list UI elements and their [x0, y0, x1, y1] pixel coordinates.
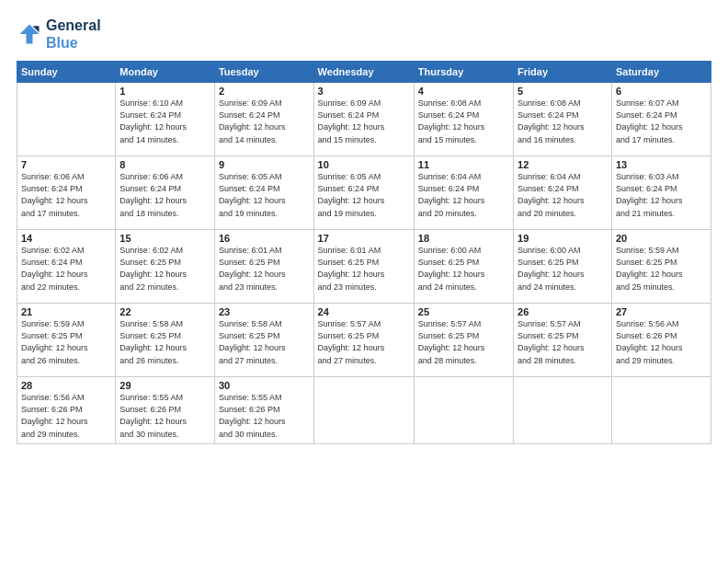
day-number: 25 [418, 306, 509, 317]
calendar-cell: 26Sunrise: 5:57 AM Sunset: 6:25 PM Dayli… [514, 304, 612, 377]
day-number: 3 [318, 86, 410, 97]
day-info: Sunrise: 5:56 AM Sunset: 6:26 PM Dayligh… [616, 318, 707, 366]
day-number: 11 [418, 159, 509, 170]
day-info: Sunrise: 5:57 AM Sunset: 6:25 PM Dayligh… [318, 318, 410, 366]
day-info: Sunrise: 6:04 AM Sunset: 6:24 PM Dayligh… [518, 171, 608, 219]
day-info: Sunrise: 6:05 AM Sunset: 6:24 PM Dayligh… [318, 171, 410, 219]
calendar-cell: 28Sunrise: 5:56 AM Sunset: 6:26 PM Dayli… [17, 377, 116, 443]
day-info: Sunrise: 6:09 AM Sunset: 6:24 PM Dayligh… [318, 98, 410, 145]
calendar-cell: 16Sunrise: 6:01 AM Sunset: 6:25 PM Dayli… [214, 230, 313, 304]
calendar-cell [514, 377, 612, 443]
day-number: 1 [119, 86, 210, 97]
day-number: 13 [616, 159, 707, 170]
calendar-header-row: SundayMondayTuesdayWednesdayThursdayFrid… [17, 62, 711, 83]
day-info: Sunrise: 6:01 AM Sunset: 6:25 PM Dayligh… [219, 245, 310, 293]
calendar-cell: 4Sunrise: 6:08 AM Sunset: 6:24 PM Daylig… [414, 83, 513, 156]
column-header-saturday: Saturday [611, 62, 711, 83]
calendar-cell: 2Sunrise: 6:09 AM Sunset: 6:24 PM Daylig… [214, 83, 313, 156]
day-number: 30 [219, 380, 310, 391]
day-info: Sunrise: 5:56 AM Sunset: 6:26 PM Dayligh… [21, 392, 111, 440]
day-info: Sunrise: 5:59 AM Sunset: 6:25 PM Dayligh… [616, 245, 707, 293]
column-header-sunday: Sunday [17, 62, 116, 83]
calendar-cell: 14Sunrise: 6:02 AM Sunset: 6:24 PM Dayli… [17, 230, 116, 304]
calendar-cell: 11Sunrise: 6:04 AM Sunset: 6:24 PM Dayli… [414, 156, 513, 230]
day-number: 27 [616, 306, 707, 317]
day-number: 23 [219, 306, 310, 317]
day-number: 10 [318, 159, 410, 170]
calendar-cell [611, 377, 711, 443]
header: General Blue [17, 17, 711, 52]
day-info: Sunrise: 6:00 AM Sunset: 6:25 PM Dayligh… [518, 245, 608, 293]
day-number: 21 [21, 306, 111, 317]
day-info: Sunrise: 6:02 AM Sunset: 6:25 PM Dayligh… [119, 245, 210, 293]
calendar-cell: 20Sunrise: 5:59 AM Sunset: 6:25 PM Dayli… [611, 230, 711, 304]
calendar-week-row-5: 28Sunrise: 5:56 AM Sunset: 6:26 PM Dayli… [17, 377, 711, 443]
day-info: Sunrise: 6:04 AM Sunset: 6:24 PM Dayligh… [418, 171, 509, 219]
day-number: 12 [518, 159, 608, 170]
calendar-cell [313, 377, 414, 443]
page: General Blue SundayMondayTuesdayWednesda… [0, 0, 728, 563]
day-info: Sunrise: 6:10 AM Sunset: 6:24 PM Dayligh… [119, 98, 210, 145]
column-header-monday: Monday [116, 62, 215, 83]
calendar-week-row-3: 14Sunrise: 6:02 AM Sunset: 6:24 PM Dayli… [17, 230, 711, 304]
calendar-week-row-2: 7Sunrise: 6:06 AM Sunset: 6:24 PM Daylig… [17, 156, 711, 230]
day-number: 22 [119, 306, 210, 317]
column-header-tuesday: Tuesday [214, 62, 313, 83]
day-number: 9 [219, 159, 310, 170]
day-info: Sunrise: 6:02 AM Sunset: 6:24 PM Dayligh… [21, 245, 111, 293]
calendar-cell: 22Sunrise: 5:58 AM Sunset: 6:25 PM Dayli… [116, 304, 215, 377]
calendar-cell: 17Sunrise: 6:01 AM Sunset: 6:25 PM Dayli… [313, 230, 414, 304]
day-info: Sunrise: 5:59 AM Sunset: 6:25 PM Dayligh… [21, 318, 111, 366]
logo: General Blue [17, 17, 101, 52]
calendar-cell: 21Sunrise: 5:59 AM Sunset: 6:25 PM Dayli… [17, 304, 116, 377]
calendar-week-row-4: 21Sunrise: 5:59 AM Sunset: 6:25 PM Dayli… [17, 304, 711, 377]
day-info: Sunrise: 6:06 AM Sunset: 6:24 PM Dayligh… [21, 171, 111, 219]
day-info: Sunrise: 5:58 AM Sunset: 6:25 PM Dayligh… [119, 318, 210, 366]
day-info: Sunrise: 6:09 AM Sunset: 6:24 PM Dayligh… [219, 98, 310, 145]
logo-icon [17, 21, 42, 47]
calendar-cell: 5Sunrise: 6:08 AM Sunset: 6:24 PM Daylig… [514, 83, 612, 156]
day-number: 8 [119, 159, 210, 170]
day-info: Sunrise: 6:07 AM Sunset: 6:24 PM Dayligh… [616, 98, 707, 145]
day-number: 5 [518, 86, 608, 97]
calendar-week-row-1: 1Sunrise: 6:10 AM Sunset: 6:24 PM Daylig… [17, 83, 711, 156]
day-info: Sunrise: 5:57 AM Sunset: 6:25 PM Dayligh… [518, 318, 608, 366]
calendar-cell: 30Sunrise: 5:55 AM Sunset: 6:26 PM Dayli… [214, 377, 313, 443]
day-info: Sunrise: 6:08 AM Sunset: 6:24 PM Dayligh… [418, 98, 509, 145]
column-header-wednesday: Wednesday [313, 62, 414, 83]
day-number: 4 [418, 86, 509, 97]
calendar-cell: 9Sunrise: 6:05 AM Sunset: 6:24 PM Daylig… [214, 156, 313, 230]
day-info: Sunrise: 5:57 AM Sunset: 6:25 PM Dayligh… [418, 318, 509, 366]
day-number: 28 [21, 380, 111, 391]
day-number: 7 [21, 159, 111, 170]
day-number: 19 [518, 233, 608, 244]
calendar-cell: 29Sunrise: 5:55 AM Sunset: 6:26 PM Dayli… [116, 377, 215, 443]
calendar-cell: 6Sunrise: 6:07 AM Sunset: 6:24 PM Daylig… [611, 83, 711, 156]
day-number: 6 [616, 86, 707, 97]
day-number: 18 [418, 233, 509, 244]
day-number: 17 [318, 233, 410, 244]
day-number: 20 [616, 233, 707, 244]
logo-text: General Blue [46, 17, 101, 52]
column-header-friday: Friday [514, 62, 612, 83]
day-number: 15 [119, 233, 210, 244]
day-info: Sunrise: 5:58 AM Sunset: 6:25 PM Dayligh… [219, 318, 310, 366]
calendar-cell: 13Sunrise: 6:03 AM Sunset: 6:24 PM Dayli… [611, 156, 711, 230]
calendar-cell: 25Sunrise: 5:57 AM Sunset: 6:25 PM Dayli… [414, 304, 513, 377]
calendar-cell [414, 377, 513, 443]
calendar-cell: 3Sunrise: 6:09 AM Sunset: 6:24 PM Daylig… [313, 83, 414, 156]
calendar-cell: 10Sunrise: 6:05 AM Sunset: 6:24 PM Dayli… [313, 156, 414, 230]
day-info: Sunrise: 6:01 AM Sunset: 6:25 PM Dayligh… [318, 245, 410, 293]
day-number: 29 [119, 380, 210, 391]
day-number: 24 [318, 306, 410, 317]
calendar-cell: 15Sunrise: 6:02 AM Sunset: 6:25 PM Dayli… [116, 230, 215, 304]
day-info: Sunrise: 6:03 AM Sunset: 6:24 PM Dayligh… [616, 171, 707, 219]
calendar-cell: 24Sunrise: 5:57 AM Sunset: 6:25 PM Dayli… [313, 304, 414, 377]
calendar-cell: 19Sunrise: 6:00 AM Sunset: 6:25 PM Dayli… [514, 230, 612, 304]
day-info: Sunrise: 6:00 AM Sunset: 6:25 PM Dayligh… [418, 245, 509, 293]
calendar-cell: 1Sunrise: 6:10 AM Sunset: 6:24 PM Daylig… [116, 83, 215, 156]
day-info: Sunrise: 6:08 AM Sunset: 6:24 PM Dayligh… [518, 98, 608, 145]
calendar-table: SundayMondayTuesdayWednesdayThursdayFrid… [17, 61, 711, 443]
day-info: Sunrise: 6:06 AM Sunset: 6:24 PM Dayligh… [119, 171, 210, 219]
day-info: Sunrise: 5:55 AM Sunset: 6:26 PM Dayligh… [119, 392, 210, 440]
